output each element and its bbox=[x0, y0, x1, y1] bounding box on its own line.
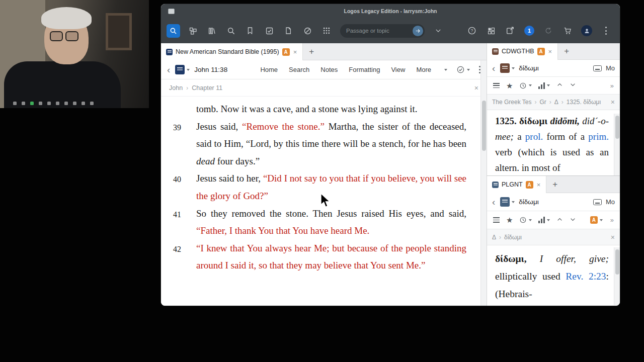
library-icon[interactable] bbox=[204, 23, 219, 38]
menu-item-view[interactable]: View bbox=[391, 66, 405, 73]
webcam-control-icon[interactable] bbox=[39, 102, 42, 105]
verse: 42“I knew that You always hear Me; but b… bbox=[173, 240, 466, 275]
tab-nasb[interactable]: New American Standard Bible (1995) A × bbox=[161, 43, 303, 60]
close-locator-icon[interactable]: × bbox=[611, 98, 615, 106]
blocks-icon[interactable] bbox=[185, 23, 200, 38]
table-of-contents-icon[interactable] bbox=[493, 83, 500, 88]
webcam-control-icon[interactable] bbox=[22, 102, 25, 105]
layouts-icon[interactable] bbox=[484, 23, 499, 38]
scrollbar-thumb[interactable] bbox=[615, 249, 619, 275]
breadcrumb-item[interactable]: John bbox=[169, 84, 183, 92]
close-icon[interactable]: × bbox=[293, 48, 298, 56]
document-icon[interactable] bbox=[281, 23, 296, 38]
visual-filter-button[interactable]: A bbox=[590, 216, 603, 224]
new-tab-button[interactable]: + bbox=[558, 43, 575, 59]
tab-cdwgthb[interactable]: CDWGTHB A × bbox=[487, 43, 558, 60]
checklist-icon[interactable] bbox=[262, 23, 277, 38]
sync-icon[interactable] bbox=[541, 23, 556, 38]
webcam-control-icon[interactable] bbox=[47, 102, 51, 105]
headword-box[interactable]: δίδωμι bbox=[519, 64, 538, 72]
cart-icon[interactable] bbox=[560, 23, 575, 38]
resource-picker-icon[interactable] bbox=[175, 65, 185, 74]
close-locator-icon[interactable]: × bbox=[474, 84, 478, 92]
webcam-control-icon[interactable] bbox=[64, 102, 68, 105]
reference-link[interactable]: Rev. 2:23 bbox=[566, 271, 606, 282]
breadcrumb-item[interactable]: 1325. δίδωμι bbox=[567, 99, 601, 106]
verse: tomb. Now it was a cave, and a stone was… bbox=[173, 101, 466, 118]
visual-filter-badge[interactable]: A bbox=[537, 48, 545, 55]
scrollbar[interactable] bbox=[614, 114, 620, 175]
breadcrumb-item[interactable]: The Greek Tes bbox=[492, 99, 531, 106]
new-tab-button[interactable]: + bbox=[546, 176, 564, 193]
tab-plgnt[interactable]: PLGNT A × bbox=[487, 176, 546, 193]
webcam-control-icon[interactable] bbox=[90, 102, 94, 105]
table-of-contents-icon[interactable] bbox=[493, 217, 500, 222]
menu-item-formatting[interactable]: Formatting bbox=[349, 66, 380, 73]
close-locator-icon[interactable]: × bbox=[611, 233, 615, 241]
resource-picker-icon[interactable] bbox=[500, 63, 510, 73]
open-book-share-icon[interactable] bbox=[503, 23, 518, 38]
search-input[interactable] bbox=[346, 28, 413, 34]
next-entry-icon[interactable] bbox=[570, 81, 576, 90]
bookmark-add-icon[interactable] bbox=[243, 23, 258, 38]
menu-item-home[interactable]: Home bbox=[260, 66, 278, 73]
tag-off-icon[interactable] bbox=[300, 23, 315, 38]
back-button[interactable]: ‹ bbox=[492, 63, 495, 73]
command-search-box[interactable] bbox=[340, 24, 425, 38]
menu-item-notes[interactable]: Notes bbox=[320, 66, 338, 73]
help-icon[interactable]: ? bbox=[464, 23, 479, 38]
account-avatar[interactable] bbox=[579, 23, 594, 38]
back-button[interactable]: ‹ bbox=[492, 197, 495, 207]
close-icon[interactable]: × bbox=[548, 48, 553, 55]
menu-item-more[interactable]: More bbox=[416, 66, 431, 73]
reference-link[interactable]: prim. bbox=[588, 131, 609, 142]
webcam-control-icon[interactable] bbox=[13, 102, 17, 105]
menu-item-search[interactable]: Search bbox=[289, 66, 309, 73]
keyboard-icon[interactable] bbox=[593, 65, 602, 71]
scrollbar[interactable] bbox=[480, 60, 487, 306]
webcam-control-icon[interactable] bbox=[56, 102, 59, 105]
go-arrow-button[interactable] bbox=[413, 26, 423, 36]
chart-icon[interactable] bbox=[538, 82, 549, 89]
breadcrumb-item[interactable]: Chapter 11 bbox=[192, 84, 222, 92]
scrollbar-thumb[interactable] bbox=[482, 101, 486, 151]
chevron-down-icon[interactable] bbox=[431, 23, 446, 38]
breadcrumb-item[interactable]: Δ bbox=[554, 99, 558, 106]
close-icon[interactable]: × bbox=[536, 181, 541, 189]
overflow-menu-icon[interactable] bbox=[598, 23, 613, 38]
new-tab-button[interactable]: + bbox=[303, 43, 320, 60]
more-menu-truncated[interactable]: Mo bbox=[606, 64, 615, 72]
go-search-button[interactable] bbox=[167, 24, 180, 38]
breadcrumb-item[interactable]: δίδωμι bbox=[504, 234, 522, 241]
previous-entry-icon[interactable] bbox=[556, 216, 563, 225]
history-icon[interactable] bbox=[519, 82, 532, 89]
visual-filter-badge[interactable]: A bbox=[282, 48, 290, 56]
back-button[interactable]: ‹ bbox=[167, 65, 170, 74]
reference-box[interactable]: John 11:38 bbox=[194, 66, 227, 73]
apps-grid-icon[interactable] bbox=[319, 23, 334, 38]
star-icon[interactable]: ★ bbox=[506, 216, 513, 224]
webcam-control-icon[interactable] bbox=[30, 102, 34, 105]
scrollbar[interactable] bbox=[614, 247, 620, 305]
headword-box[interactable]: δίδωμι bbox=[519, 198, 538, 206]
previous-entry-icon[interactable] bbox=[556, 81, 563, 90]
more-menu-truncated[interactable]: Mo bbox=[606, 198, 615, 206]
read-aloud-check-icon[interactable] bbox=[456, 65, 470, 74]
keyboard-icon[interactable] bbox=[593, 199, 602, 205]
search-icon[interactable] bbox=[223, 23, 238, 38]
visual-filter-badge[interactable]: A bbox=[526, 181, 533, 189]
breadcrumb-item[interactable]: Gr bbox=[539, 99, 546, 106]
webcam-control-icon[interactable] bbox=[73, 102, 76, 105]
breadcrumb-item[interactable]: Δ bbox=[492, 234, 496, 241]
more-tools-icon[interactable]: » bbox=[610, 216, 614, 224]
next-entry-icon[interactable] bbox=[570, 216, 576, 225]
notifications-badge[interactable]: 1 bbox=[522, 23, 537, 38]
more-tools-icon[interactable]: » bbox=[610, 82, 614, 89]
history-icon[interactable] bbox=[519, 216, 532, 224]
star-icon[interactable]: ★ bbox=[506, 82, 513, 89]
scrollbar-thumb[interactable] bbox=[615, 116, 619, 139]
chart-icon[interactable] bbox=[538, 217, 549, 223]
resource-picker-icon[interactable] bbox=[500, 197, 510, 207]
reference-link[interactable]: prol. bbox=[525, 131, 543, 142]
webcam-control-icon[interactable] bbox=[82, 102, 85, 105]
